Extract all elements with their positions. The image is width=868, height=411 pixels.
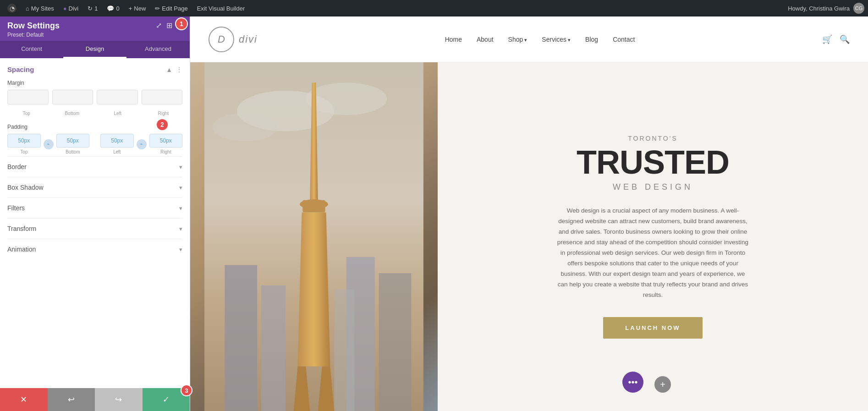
left-panel: Row Settings Preset: Default ⤢ ⊞ ⋮ 1 Con… xyxy=(0,16,190,411)
padding-left-input[interactable]: 50px xyxy=(100,134,134,148)
exit-label: Exit Visual Builder xyxy=(197,5,245,12)
border-section: Border ▾ xyxy=(7,156,182,177)
edit-page-item[interactable]: ✏ Edit Page xyxy=(151,3,191,14)
padding-input-row: 50px Top ⌁ 50px Bottom 50px Left ⌁ 50px … xyxy=(7,134,182,154)
tab-design[interactable]: Design xyxy=(63,41,126,58)
save-button[interactable]: ✓ 3 xyxy=(143,388,190,411)
comment-bubble-item[interactable]: 💬 0 xyxy=(103,3,123,14)
margin-top-pair: ⌁ xyxy=(7,90,49,104)
search-icon[interactable]: 🔍 xyxy=(840,34,850,44)
fab-plus-button[interactable]: + xyxy=(654,376,671,393)
comments-item[interactable]: ↻ 1 xyxy=(84,3,101,14)
divi-icon: ● xyxy=(63,5,67,12)
margin-right-pair: ⌁ xyxy=(142,90,183,104)
padding-left-label: Left xyxy=(113,149,121,154)
right-panel: D divi Home About Shop Services Blog Con… xyxy=(190,16,868,411)
padding-right-cell: 50px Right xyxy=(149,134,183,154)
filters-header[interactable]: Filters ▾ xyxy=(7,204,182,212)
padding-right-label: Right xyxy=(160,149,171,154)
hero-image xyxy=(190,62,438,411)
nav-shop[interactable]: Shop xyxy=(508,36,527,43)
layout-icon[interactable]: ⊞ xyxy=(166,21,172,30)
comment-count: 0 xyxy=(116,5,119,12)
transform-title: Transform xyxy=(7,225,36,232)
margin-label: Margin xyxy=(7,80,182,86)
svg-marker-7 xyxy=(298,212,330,366)
margin-left-label: Left xyxy=(99,111,137,116)
expand-icon[interactable]: ⤢ xyxy=(156,21,162,30)
margin-bottom-label: Bottom xyxy=(53,111,92,116)
panel-header: Row Settings Preset: Default ⤢ ⊞ ⋮ 1 xyxy=(0,16,190,41)
tab-advanced[interactable]: Advanced xyxy=(126,41,190,58)
user-greeting: Howdy, Christina Gwira xyxy=(788,5,850,12)
box-shadow-header[interactable]: Box Shadow ▾ xyxy=(7,184,182,191)
launch-button[interactable]: LAUNCH NOW xyxy=(603,317,702,339)
my-sites-item[interactable]: ⌂ My Sites xyxy=(22,3,58,14)
admin-bar: ◔ ⌂ My Sites ● Divi ↻ 1 💬 0 + New ✏ Edit… xyxy=(0,0,868,16)
redo-button[interactable]: ↪ xyxy=(95,388,143,411)
padding-right-input[interactable]: 50px xyxy=(149,134,183,148)
svg-rect-13 xyxy=(379,273,412,411)
margin-top-input[interactable] xyxy=(8,90,49,104)
cancel-button[interactable]: ✕ xyxy=(0,388,48,411)
step-3-badge: 3 xyxy=(181,384,192,396)
site-nav: D divi Home About Shop Services Blog Con… xyxy=(190,16,868,62)
hero-title: TRUSTED xyxy=(577,146,729,179)
animation-section: Animation ▾ xyxy=(7,239,182,259)
fab-dots-button[interactable]: ••• xyxy=(622,372,643,393)
cart-icon[interactable]: 🛒 xyxy=(822,34,832,44)
step-1-badge: 1 xyxy=(175,17,188,30)
spacing-title: Spacing xyxy=(7,66,34,73)
plus-fab-icon: + xyxy=(660,379,665,390)
site-logo: D divi xyxy=(209,27,258,52)
padding-tb-link[interactable]: ⌁ xyxy=(44,139,54,149)
undo-button[interactable]: ↩ xyxy=(48,388,95,411)
house-icon: ⌂ xyxy=(26,5,29,12)
nav-home[interactable]: Home xyxy=(445,36,462,43)
new-label: New xyxy=(134,5,146,12)
wp-logo-item[interactable]: ◔ xyxy=(4,2,20,15)
margin-bottom-pair: ⌁ xyxy=(52,90,93,104)
padding-bottom-input[interactable]: 50px xyxy=(56,134,90,148)
spacing-section-header: Spacing ▲ ⋮ xyxy=(7,66,182,73)
margin-right-input[interactable] xyxy=(142,90,183,104)
padding-bottom-cell: 50px Bottom xyxy=(56,134,90,154)
undo-icon: ↩ xyxy=(68,395,75,405)
nav-services[interactable]: Services xyxy=(542,36,571,43)
box-shadow-title: Box Shadow xyxy=(7,184,44,191)
exit-builder-item[interactable]: Exit Visual Builder xyxy=(193,3,249,14)
nav-blog[interactable]: Blog xyxy=(585,36,598,43)
dots-icon: ••• xyxy=(628,377,637,388)
animation-header[interactable]: Animation ▾ xyxy=(7,246,182,253)
refresh-icon: ↻ xyxy=(88,5,93,12)
margin-input-row: ⌁ ⌁ ⌁ xyxy=(7,90,182,104)
main-wrapper: Row Settings Preset: Default ⤢ ⊞ ⋮ 1 Con… xyxy=(0,16,868,411)
plus-icon: + xyxy=(129,5,132,12)
margin-bottom-input[interactable] xyxy=(53,90,93,104)
new-item[interactable]: + New xyxy=(125,3,150,14)
margin-sublabels: Top Bottom Left Right xyxy=(7,111,182,116)
svg-rect-6 xyxy=(302,200,325,213)
hero-content: TORONTO'S TRUSTED WEB DESIGN Web design … xyxy=(438,62,868,411)
divi-item[interactable]: ● Divi xyxy=(60,3,82,14)
cancel-icon: ✕ xyxy=(20,395,27,405)
nav-about[interactable]: About xyxy=(477,36,494,43)
more-icon[interactable]: ⋮ 1 xyxy=(177,21,184,30)
bubble-icon: 💬 xyxy=(107,5,114,12)
panel-header-icons: ⤢ ⊞ ⋮ 1 xyxy=(156,21,184,30)
transform-header[interactable]: Transform ▾ xyxy=(7,225,182,232)
comments-count: 1 xyxy=(94,5,98,12)
bottom-bar: ✕ ↩ ↪ ✓ 3 xyxy=(0,388,190,411)
tab-content[interactable]: Content xyxy=(0,41,63,58)
border-header[interactable]: Border ▾ xyxy=(7,163,182,170)
spacing-more-icon[interactable]: ⋮ xyxy=(176,66,182,73)
spacing-collapse-icon[interactable]: ▲ xyxy=(166,66,172,73)
padding-lr-link[interactable]: ⌁ xyxy=(137,139,147,149)
padding-top-input[interactable]: 50px xyxy=(7,134,41,148)
border-title: Border xyxy=(7,163,27,170)
margin-left-input[interactable] xyxy=(97,90,138,104)
nav-links: Home About Shop Services Blog Contact xyxy=(445,36,635,43)
padding-top-cell: 50px Top xyxy=(7,134,41,154)
nav-contact[interactable]: Contact xyxy=(613,36,635,43)
save-check-icon: ✓ xyxy=(163,395,170,405)
